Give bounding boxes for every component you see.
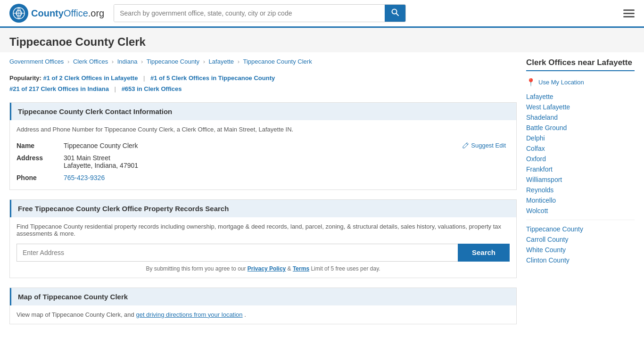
name-value: Tippecanoe County Clerk Suggest Edit <box>64 140 510 152</box>
suggest-edit-button[interactable]: Suggest Edit <box>462 142 506 149</box>
contact-name-row: Name Tippecanoe County Clerk Suggest Edi… <box>17 140 510 152</box>
phone-label: Phone <box>17 172 64 184</box>
sidebar-item-reynolds: Reynolds <box>526 185 635 195</box>
logo-text: CountyOffice.org <box>31 8 104 19</box>
property-description: Find Tippecanoe County residential prope… <box>17 223 510 237</box>
contact-description: Address and Phone Number for Tippecanoe … <box>17 126 510 133</box>
main-content: Government Offices › Clerk Offices › Ind… <box>9 52 517 334</box>
sidebar-item-shadeland: Shadeland <box>526 112 635 123</box>
sidebar-link-battle-ground[interactable]: Battle Ground <box>526 124 567 132</box>
popularity-section: Popularity: #1 of 2 Clerk Offices in Laf… <box>9 69 517 102</box>
sidebar-item-colfax: Colfax <box>526 143 635 154</box>
map-body: View map of Tippecanoe County Clerk, and… <box>10 305 516 324</box>
phone-link[interactable]: 765-423-9326 <box>64 174 105 181</box>
breadcrumb-tippecanoe-county[interactable]: Tippecanoe County <box>147 58 199 65</box>
rank3-badge: #21 of 217 Clerk Offices in Indiana <box>9 85 109 92</box>
sidebar-link-tippecanoe-county[interactable]: Tippecanoe County <box>526 225 583 233</box>
sidebar-counties-list: Tippecanoe County Carroll County White C… <box>526 224 635 265</box>
search-button[interactable] <box>385 5 405 22</box>
property-section-header: Free Tippecanoe County Clerk Office Prop… <box>10 200 516 217</box>
sidebar-item-delphi: Delphi <box>526 133 635 143</box>
svg-line-6 <box>396 14 399 16</box>
sidebar-link-west-lafayette[interactable]: West Lafayette <box>526 103 570 111</box>
map-section: Map of Tippecanoe County Clerk View map … <box>9 288 517 324</box>
property-section: Free Tippecanoe County Clerk Office Prop… <box>9 199 517 278</box>
sidebar-item-white-county: White County <box>526 245 635 255</box>
contact-section: Tippecanoe County Clerk Contact Informat… <box>9 102 517 190</box>
privacy-policy-link[interactable]: Privacy Policy <box>248 265 286 272</box>
sidebar-item-williamsport: Williamsport <box>526 174 635 185</box>
sidebar-item-west-lafayette: West Lafayette <box>526 102 635 112</box>
sidebar-link-wolcott[interactable]: Wolcott <box>526 207 548 214</box>
rank2-badge: #1 of 5 Clerk Offices in Tippecanoe Coun… <box>150 74 275 82</box>
contact-address-row: Address 301 Main Street Lafayette, India… <box>17 152 510 172</box>
rank4-badge: #653 in Clerk Offices <box>122 85 182 92</box>
sidebar: Clerk Offices near Lafayette 📍 Use My Lo… <box>526 52 635 334</box>
phone-value: 765-423-9326 <box>64 172 510 184</box>
sidebar-link-williamsport[interactable]: Williamsport <box>526 176 562 183</box>
site-logo[interactable]: CountyOffice.org <box>9 4 104 23</box>
sidebar-item-frankfort: Frankfort <box>526 164 635 174</box>
sidebar-link-reynolds[interactable]: Reynolds <box>526 186 553 194</box>
sidebar-link-white-county[interactable]: White County <box>526 246 566 254</box>
name-label: Name <box>17 140 64 152</box>
address-input[interactable] <box>17 244 458 262</box>
sidebar-item-wolcott: Wolcott <box>526 206 635 216</box>
terms-link[interactable]: Terms <box>293 265 309 272</box>
hamburger-menu[interactable] <box>623 9 635 17</box>
sidebar-link-oxford[interactable]: Oxford <box>526 155 546 163</box>
directions-link[interactable]: get driving directions from your locatio… <box>136 311 242 318</box>
sidebar-link-lafayette[interactable]: Lafayette <box>526 93 553 100</box>
property-body: Find Tippecanoe County residential prope… <box>10 217 516 278</box>
contact-phone-row: Phone 765-423-9326 <box>17 172 510 184</box>
sidebar-link-clinton-county[interactable]: Clinton County <box>526 256 570 264</box>
sidebar-link-colfax[interactable]: Colfax <box>526 145 545 152</box>
breadcrumb-lafayette[interactable]: Lafayette <box>209 58 234 65</box>
sidebar-item-clinton-county: Clinton County <box>526 255 635 265</box>
breadcrumb-current[interactable]: Tippecanoe County Clerk <box>243 58 312 65</box>
sidebar-link-frankfort[interactable]: Frankfort <box>526 165 553 173</box>
contact-section-header: Tippecanoe County Clerk Contact Informat… <box>10 103 516 120</box>
sidebar-cities-list: Lafayette West Lafayette Shadeland Battl… <box>526 91 635 216</box>
rank1-badge: #1 of 2 Clerk Offices in Lafayette <box>43 74 138 82</box>
property-search-button[interactable]: Search <box>458 244 510 262</box>
sidebar-item-lafayette: Lafayette <box>526 91 635 102</box>
main-search-bar <box>114 4 406 22</box>
address-label: Address <box>17 152 64 172</box>
page-title: Tippecanoe County Clerk <box>9 35 635 49</box>
sidebar-item-monticello: Monticello <box>526 195 635 206</box>
main-layout: Government Offices › Clerk Offices › Ind… <box>0 52 644 334</box>
form-note: By submitting this form you agree to our… <box>17 265 510 272</box>
sidebar-link-monticello[interactable]: Monticello <box>526 197 556 204</box>
page-title-area: Tippecanoe County Clerk <box>0 28 644 52</box>
contact-table: Name Tippecanoe County Clerk Suggest Edi… <box>17 140 510 184</box>
sidebar-title: Clerk Offices near Lafayette <box>526 58 635 71</box>
logo-icon <box>9 4 28 23</box>
breadcrumb: Government Offices › Clerk Offices › Ind… <box>9 52 517 69</box>
search-input[interactable] <box>114 5 385 22</box>
address-search-row: Search <box>17 244 510 262</box>
sidebar-link-shadeland[interactable]: Shadeland <box>526 114 558 121</box>
site-header: CountyOffice.org <box>0 0 644 28</box>
location-pin-icon: 📍 <box>526 78 536 87</box>
map-section-header: Map of Tippecanoe County Clerk <box>10 288 516 305</box>
map-description: View map of Tippecanoe County Clerk, and… <box>17 311 510 318</box>
breadcrumb-indiana[interactable]: Indiana <box>117 58 138 65</box>
sidebar-link-delphi[interactable]: Delphi <box>526 134 545 142</box>
sidebar-item-oxford: Oxford <box>526 154 635 164</box>
use-my-location-link[interactable]: 📍 Use My Location <box>526 78 635 87</box>
breadcrumb-clerk-offices[interactable]: Clerk Offices <box>73 58 108 65</box>
sidebar-item-tippecanoe-county: Tippecanoe County <box>526 224 635 234</box>
sidebar-divider <box>526 220 635 220</box>
breadcrumb-government-offices[interactable]: Government Offices <box>9 58 64 65</box>
contact-body: Address and Phone Number for Tippecanoe … <box>10 120 516 189</box>
address-value: 301 Main Street Lafayette, Indiana, 4790… <box>64 152 510 172</box>
sidebar-link-carroll-county[interactable]: Carroll County <box>526 236 568 243</box>
sidebar-item-carroll-county: Carroll County <box>526 234 635 245</box>
sidebar-item-battle-ground: Battle Ground <box>526 123 635 133</box>
